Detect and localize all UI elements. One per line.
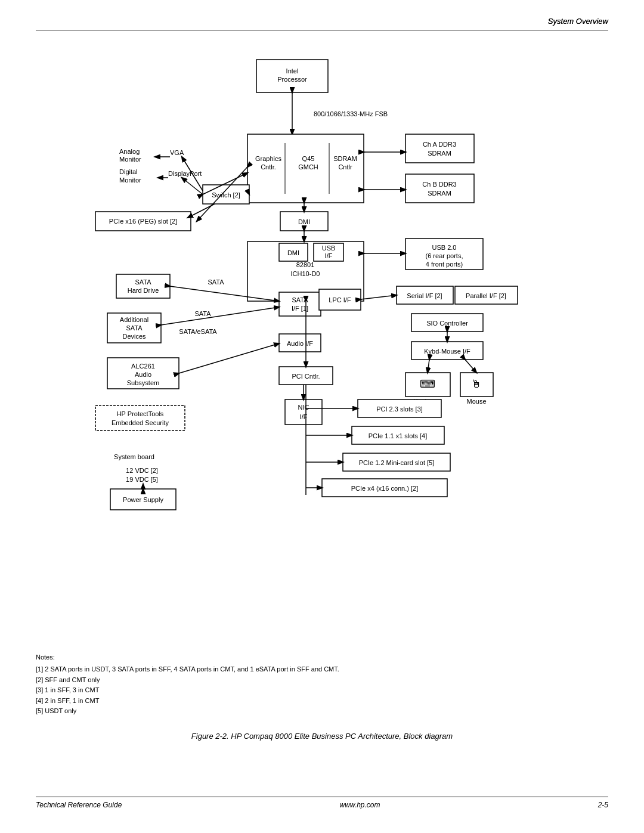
- svg-text:DMI: DMI: [298, 218, 310, 225]
- svg-text:DisplayPort: DisplayPort: [168, 170, 202, 177]
- svg-rect-14: [405, 134, 474, 163]
- svg-text:Subsystem: Subsystem: [127, 379, 159, 386]
- svg-rect-17: [405, 174, 474, 203]
- svg-text:Kybd-Mouse I/F: Kybd-Mouse I/F: [424, 348, 470, 355]
- svg-text:Monitor: Monitor: [119, 156, 141, 163]
- svg-line-60: [361, 295, 397, 299]
- svg-text:12 VDC [2]: 12 VDC [2]: [126, 467, 158, 474]
- note-2: [2] SFF and CMT only: [36, 675, 339, 686]
- svg-text:NIC: NIC: [298, 404, 309, 411]
- svg-text:LPC I/F: LPC I/F: [329, 296, 351, 304]
- figure-caption: Figure 2-2. HP Compaq 8000 Elite Busines…: [36, 732, 608, 741]
- header-rule: [36, 30, 608, 30]
- svg-text:Ch B DDR3: Ch B DDR3: [422, 181, 456, 188]
- svg-text:Digital: Digital: [119, 168, 138, 175]
- svg-text:Graphics: Graphics: [255, 155, 282, 162]
- svg-line-80: [179, 343, 279, 373]
- svg-text:ICH10-D0: ICH10-D0: [291, 270, 320, 277]
- svg-text:PCIe x16 (PEG) slot [2]: PCIe x16 (PEG) slot [2]: [109, 218, 177, 225]
- footer-right: 2-5: [598, 801, 608, 809]
- svg-text:Analog: Analog: [119, 148, 140, 155]
- svg-text:SATA: SATA: [135, 278, 151, 286]
- svg-text:Intel: Intel: [286, 67, 299, 75]
- svg-text:Embedded Security: Embedded Security: [112, 419, 169, 426]
- svg-text:4 front ports): 4 front ports): [426, 261, 463, 268]
- svg-text:SIO Controller: SIO Controller: [426, 320, 468, 327]
- svg-rect-39: [279, 292, 321, 316]
- svg-text:19 VDC [5]: 19 VDC [5]: [126, 476, 158, 483]
- svg-text:Audio I/F: Audio I/F: [287, 340, 313, 347]
- svg-text:Serial I/F [2]: Serial I/F [2]: [407, 292, 442, 299]
- svg-text:USB 2.0: USB 2.0: [432, 244, 457, 251]
- svg-text:⌨: ⌨: [420, 378, 435, 390]
- svg-text:USB: USB: [322, 244, 336, 252]
- svg-text:800/1066/1333-MHz FSB: 800/1066/1333-MHz FSB: [314, 110, 388, 117]
- note-3: [3] 1 in SFF, 3 in CMT: [36, 685, 339, 696]
- svg-line-53: [161, 307, 279, 325]
- svg-text:PCI 2.3 slots [3]: PCI 2.3 slots [3]: [376, 405, 423, 413]
- svg-text:SDRAM: SDRAM: [333, 155, 357, 162]
- svg-text:HP ProtectTools: HP ProtectTools: [117, 410, 164, 417]
- svg-rect-86: [95, 405, 185, 431]
- svg-text:SDRAM: SDRAM: [428, 190, 451, 197]
- svg-text:SDRAM: SDRAM: [428, 150, 451, 157]
- svg-text:Monitor: Monitor: [119, 176, 141, 184]
- svg-line-72: [428, 360, 429, 373]
- svg-text:Processor: Processor: [277, 76, 307, 83]
- notes-section: Notes: [1] 2 SATA ports in USDT, 3 SATA …: [36, 652, 339, 717]
- svg-text:PCI Cntlr.: PCI Cntlr.: [292, 373, 320, 380]
- svg-text:PCIe 1.2 Mini-card slot [5]: PCIe 1.2 Mini-card slot [5]: [359, 459, 435, 466]
- header-title: System Overview: [548, 17, 608, 26]
- footer-center: www.hp.com: [339, 801, 380, 809]
- svg-line-73: [465, 360, 476, 373]
- svg-text:Cntlr.: Cntlr.: [261, 163, 276, 171]
- svg-text:Additional: Additional: [120, 316, 148, 323]
- svg-text:Cntlr: Cntlr: [338, 163, 352, 171]
- svg-text:(6 rear ports,: (6 rear ports,: [426, 252, 463, 259]
- svg-text:SATA: SATA: [194, 310, 211, 317]
- footer: Technical Reference Guide www.hp.com 2-5: [36, 797, 608, 809]
- svg-text:Hard Drive: Hard Drive: [128, 287, 159, 294]
- svg-text:PCIe x4 (x16 conn.) [2]: PCIe x4 (x16 conn.) [2]: [351, 485, 419, 492]
- svg-text:GMCH: GMCH: [298, 163, 318, 171]
- svg-text:Power Supply: Power Supply: [123, 496, 163, 503]
- note-4: [4] 2 in SFF, 1 in CMT: [36, 696, 339, 707]
- svg-text:SATA/eSATA: SATA/eSATA: [179, 328, 217, 335]
- svg-text:Mouse: Mouse: [466, 398, 486, 405]
- svg-text:PCIe 1.1 x1 slots [4]: PCIe 1.1 x1 slots [4]: [369, 432, 427, 439]
- svg-text:ALC261: ALC261: [131, 363, 155, 370]
- svg-text:Parallel I/F [2]: Parallel I/F [2]: [466, 292, 506, 299]
- note-1: [1] 2 SATA ports in USDT, 3 SATA ports i…: [36, 664, 339, 675]
- svg-text:DMI: DMI: [287, 249, 299, 256]
- svg-rect-42: [116, 274, 170, 298]
- svg-text:VGA: VGA: [170, 149, 184, 156]
- svg-text:Q45: Q45: [302, 155, 315, 162]
- svg-text:Ch A DDR3: Ch A DDR3: [423, 141, 456, 148]
- svg-text:I/F: I/F: [325, 252, 333, 259]
- notes-title: Notes:: [36, 652, 339, 663]
- diagram-svg: Intel Processor 800/1066/1333-MHz FSB Gr…: [36, 42, 608, 608]
- svg-text:System board: System board: [114, 453, 154, 460]
- note-5: [5] USDT only: [36, 706, 339, 717]
- footer-left: Technical Reference Guide: [36, 801, 122, 809]
- svg-text:Devices: Devices: [122, 333, 146, 340]
- svg-text:SATA: SATA: [126, 324, 143, 332]
- svg-line-127: [188, 204, 215, 218]
- svg-text:Switch [2]: Switch [2]: [212, 191, 240, 199]
- svg-text:SATA: SATA: [208, 278, 224, 286]
- svg-text:🖱: 🖱: [471, 378, 482, 390]
- svg-text:Audio: Audio: [135, 371, 151, 378]
- svg-text:82801: 82801: [296, 261, 315, 268]
